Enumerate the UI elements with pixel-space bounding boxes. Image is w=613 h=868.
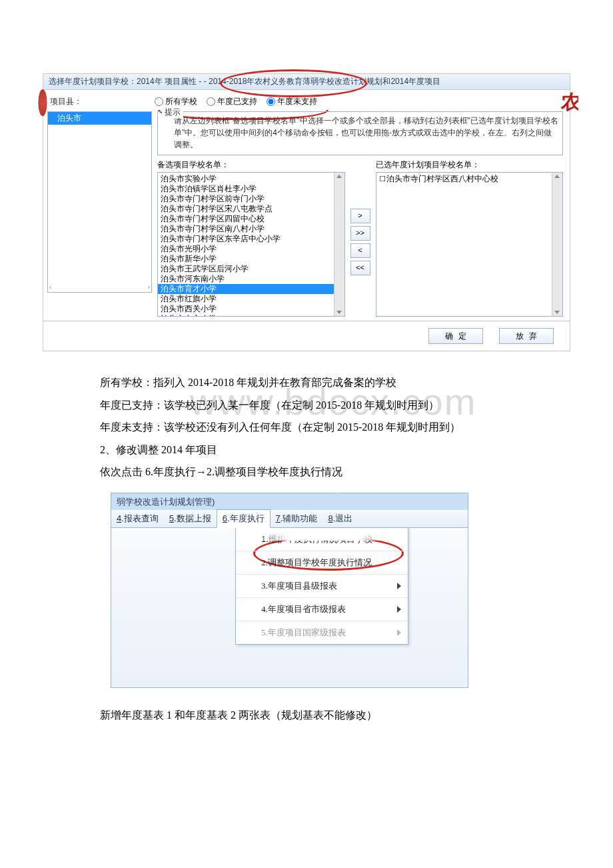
dd-item-3[interactable]: 3.年度项目县级报表 xyxy=(236,575,408,598)
list-item[interactable]: 泊头市寺门村学区前寺门小学 xyxy=(158,194,344,204)
right-list-label: 已选年度计划项目学校名单： xyxy=(376,159,564,171)
menu-annual-exec[interactable]: 6.年度执行 xyxy=(217,509,271,528)
selected-list[interactable]: 泊头市寺门村学区西八村中心校 xyxy=(376,172,564,317)
menu-data-upload[interactable]: 5.数据上报 xyxy=(164,510,217,527)
list-item[interactable]: 泊头市王武学区后河小学 xyxy=(158,264,344,274)
list-item[interactable]: 泊头市光明小学 xyxy=(158,244,344,254)
list-item[interactable]: 泊头市寺门村学区西八村中心校 xyxy=(376,174,563,184)
tip-box: 提示 请从左边列表框"备选项目学校名单"中选择一个或多个或全部县，移动到右边列表… xyxy=(157,111,563,155)
chevron-right-icon xyxy=(397,583,401,589)
radio-unsupported[interactable]: 年度未支持 xyxy=(267,96,317,107)
explain-supported: 年度已支持：该学校已列入某一年度（在定制 2015-2018 年规划时用到） xyxy=(100,394,513,417)
county-tree[interactable]: 泊头市 ‹› xyxy=(47,111,152,293)
menubar: 4.报表查询 5.数据上报 6.年度执行 7.辅助功能 8.退出 xyxy=(111,509,468,528)
list-item[interactable]: 泊头市寺门村学区南八村小学 xyxy=(158,224,344,234)
list-item[interactable]: 泊头市河东南小学 xyxy=(158,274,344,284)
tree-item-selected[interactable]: 泊头市 xyxy=(48,112,151,125)
list-item[interactable]: 泊头市泊镇学区肖杜李小学 xyxy=(158,184,344,194)
tail-note: 新增年度基表 1 和年度基表 2 两张表（规划基表不能修改） xyxy=(100,704,513,727)
list-item[interactable]: 泊头市寺门村学区东辛店中心小学 xyxy=(158,234,344,244)
dd-item-5[interactable]: 5.年度项目国家级报表 xyxy=(236,621,408,644)
menu-window-title: 弱学校改造计划规划管理) xyxy=(111,493,468,509)
dd-item-4[interactable]: 4.年度项目省市级报表 xyxy=(236,598,408,621)
radio-supported[interactable]: 年度已支持 xyxy=(207,96,257,107)
menu-screenshot: 弱学校改造计划规划管理) 4.报表查询 5.数据上报 6.年度执行 7.辅助功能… xyxy=(111,493,468,688)
dd-item-2[interactable]: 2.调整项目学校年度执行情况 xyxy=(236,551,408,575)
chevron-right-icon xyxy=(397,606,401,613)
list-item[interactable]: 泊头市寺门村学区四留中心校 xyxy=(158,214,344,224)
heading-step2: 2、修改调整 2014 年项目 xyxy=(100,439,513,461)
ok-button[interactable]: 确定 xyxy=(428,328,483,344)
list-item[interactable]: 泊头市实验小学 xyxy=(158,174,344,184)
menu-aux[interactable]: 7.辅助功能 xyxy=(271,510,323,527)
list-item[interactable]: 泊头市东方小学 xyxy=(158,314,344,317)
dialog-title: 选择年度计划项目学校：2014年 项目属性 - - 2014-2018年农村义务… xyxy=(43,74,570,90)
scrollbar[interactable] xyxy=(334,173,344,316)
move-all-right-button[interactable]: >> xyxy=(350,226,370,241)
list-item[interactable]: 泊头市寺门村学区宋八屯教学点 xyxy=(158,204,344,214)
list-item[interactable]: 泊头市西关小学 xyxy=(158,304,344,314)
menu-exit[interactable]: 8.退出 xyxy=(322,510,358,527)
radio-all-schools[interactable]: 所有学校 xyxy=(155,96,197,107)
dd-item-1[interactable]: 1.维护年度执行情况项目学校 xyxy=(236,528,408,551)
cancel-button[interactable]: 放弃 xyxy=(499,328,554,344)
move-left-button[interactable]: < xyxy=(350,243,370,258)
move-right-button[interactable]: > xyxy=(350,209,370,223)
tip-text: 请从左边列表框"备选项目学校名单"中选择一个或多个或全部县，移动到右边列表框"已… xyxy=(162,115,558,151)
dropdown-annual-exec: 1.维护年度执行情况项目学校 2.调整项目学校年度执行情况 3.年度项目县级报表… xyxy=(235,527,408,645)
county-label: 项目县： xyxy=(47,97,82,106)
chevron-right-icon xyxy=(397,629,401,636)
left-list-label: 备选项目学校名单： xyxy=(157,159,345,171)
tip-legend: 提示 xyxy=(162,107,183,118)
list-item[interactable]: 泊头市新华小学 xyxy=(158,254,344,264)
list-item[interactable]: 泊头市育才小学 xyxy=(158,284,344,294)
scrollbar[interactable] xyxy=(552,173,562,316)
menu-report-query[interactable]: 4.报表查询 xyxy=(111,510,164,527)
select-schools-dialog: 农 选择年度计划项目学校：2014年 项目属性 - - 2014-2018年农村… xyxy=(43,73,570,351)
explain-all: 所有学校：指列入 2014-2018 年规划并在教育部完成备案的学校 xyxy=(100,371,513,394)
tree-scrollbar[interactable]: ‹› xyxy=(48,283,151,291)
explain-unsupported: 年度未支持：该学校还没有列入任何年度（在定制 2015-2018 年规划时用到） xyxy=(100,416,513,439)
explain-click-path: 依次点击 6.年度执行→2.调整项目学校年度执行情况 xyxy=(100,461,513,483)
candidate-list[interactable]: 泊头市实验小学泊头市泊镇学区肖杜李小学泊头市寺门村学区前寺门小学泊头市寺门村学区… xyxy=(157,172,345,317)
move-all-left-button[interactable]: << xyxy=(350,261,370,275)
list-item[interactable]: 泊头市红旗小学 xyxy=(158,294,344,304)
